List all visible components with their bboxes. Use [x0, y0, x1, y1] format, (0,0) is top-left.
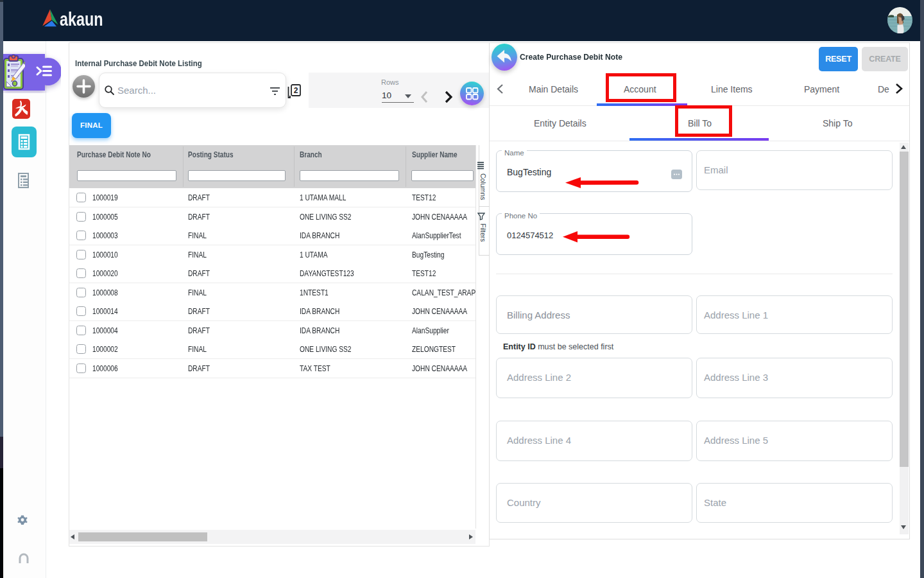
svg-text:2: 2: [294, 86, 298, 95]
